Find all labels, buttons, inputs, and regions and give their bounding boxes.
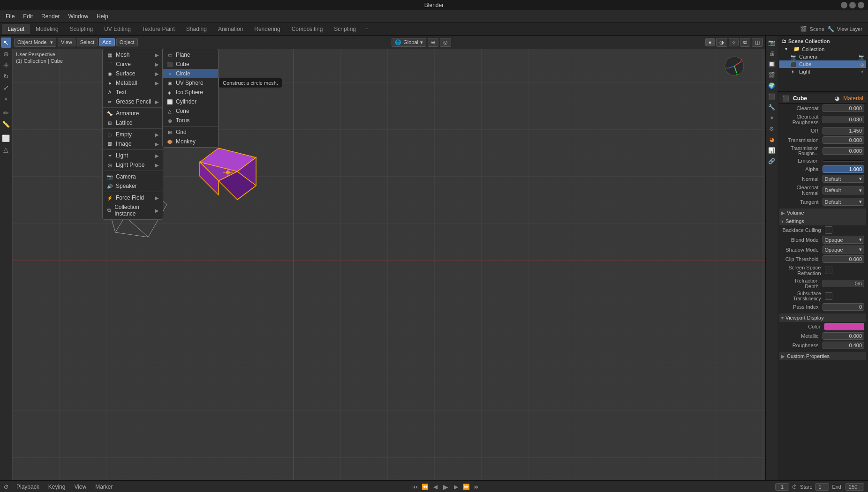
object-mode-dropdown[interactable]: Object Mode ▾: [14, 38, 56, 47]
snap-btn[interactable]: ⊕: [428, 38, 438, 47]
menu-entry-camera[interactable]: 📷 Camera: [103, 172, 163, 181]
menu-entry-lattice[interactable]: ⊞ Lattice: [103, 118, 163, 127]
view-layer-selector[interactable]: View Layer: [837, 26, 862, 32]
normal-dropdown[interactable]: Default ▾: [823, 175, 865, 183]
tab-add[interactable]: +: [362, 25, 372, 33]
tree-collection[interactable]: ▾ 📁 Collection: [779, 45, 866, 53]
start-frame[interactable]: 1: [815, 483, 829, 491]
menu-entry-image[interactable]: 🖼 Image ▶: [103, 139, 163, 149]
roughness-value[interactable]: 0.400: [823, 342, 865, 349]
view-menu[interactable]: View: [58, 38, 75, 46]
menu-edit[interactable]: Edit: [19, 12, 37, 21]
prop-icon-render[interactable]: 📷: [767, 37, 777, 48]
refraction-depth-value[interactable]: 0m: [823, 280, 865, 287]
prop-icon-object[interactable]: ⬛: [767, 91, 777, 102]
scene-selector[interactable]: Scene: [810, 26, 824, 32]
prop-icon-data[interactable]: 📊: [767, 145, 777, 156]
navigation-gizmo[interactable]: X Y Z: [723, 54, 746, 78]
menu-entry-curve[interactable]: ⌒ Curve ▶: [103, 60, 163, 69]
alpha-value[interactable]: 1.000: [823, 165, 865, 173]
transmission-value[interactable]: 0.000: [823, 136, 865, 144]
proportional-btn[interactable]: ◎: [440, 38, 451, 47]
menu-entry-mesh[interactable]: ▦ Mesh ▶: [103, 50, 163, 60]
submenu-cylinder[interactable]: ⬜ Cylinder: [163, 97, 218, 106]
settings-section-header[interactable]: ▾ Settings: [779, 217, 866, 225]
shading-material[interactable]: ◑: [716, 38, 727, 47]
submenu-cube[interactable]: ⬛ Cube: [163, 60, 218, 69]
xray-btn[interactable]: ◫: [752, 38, 763, 47]
emission-value[interactable]: [823, 160, 865, 162]
clearcoat-value[interactable]: 0.000: [823, 104, 865, 112]
play-btn[interactable]: ▶: [442, 483, 450, 491]
close-button[interactable]: [858, 2, 864, 8]
timeline-marker-menu[interactable]: Marker: [91, 483, 116, 491]
timeline-view-menu[interactable]: View: [70, 483, 90, 491]
volume-section-header[interactable]: ▶ Volume: [779, 209, 866, 217]
minimize-button[interactable]: [841, 2, 847, 8]
tab-compositing[interactable]: Compositing: [286, 24, 329, 34]
ssr-checkbox[interactable]: [825, 267, 832, 274]
measure-tool[interactable]: 📏: [1, 119, 11, 129]
tangent-dropdown[interactable]: Default ▾: [823, 198, 865, 206]
annotate-tool[interactable]: ✏: [1, 108, 11, 118]
tab-scripting[interactable]: Scripting: [328, 24, 362, 34]
submenu-ico-sphere[interactable]: ◈ Ico Sphere: [163, 88, 218, 97]
viewport-display-header[interactable]: ▾ Viewport Display: [779, 313, 866, 322]
prev-keyframe-btn[interactable]: ⏪: [421, 483, 430, 491]
tree-camera[interactable]: 📷 Camera 📷: [779, 53, 866, 60]
prop-icon-modifiers[interactable]: 🔧: [767, 102, 777, 112]
viewport[interactable]: Object Mode ▾ View Select Add Object 🌐 G…: [12, 36, 765, 480]
select-menu[interactable]: Select: [77, 38, 98, 46]
tab-layout[interactable]: Layout: [2, 24, 30, 34]
submenu-monkey[interactable]: 🐵 Monkey: [163, 137, 218, 146]
submenu-plane[interactable]: ▭ Plane: [163, 50, 218, 60]
rotate-tool[interactable]: ↻: [1, 71, 11, 82]
add-menu-btn[interactable]: Add: [99, 38, 115, 46]
sst-checkbox[interactable]: [825, 292, 832, 300]
menu-entry-grease-pencil[interactable]: ✏ Grease Pencil ▶: [103, 97, 163, 106]
prop-icon-particles[interactable]: ✦: [767, 113, 777, 123]
jump-end-btn[interactable]: ⏭: [473, 483, 481, 491]
backface-culling-checkbox[interactable]: [825, 226, 832, 234]
menu-render[interactable]: Render: [38, 12, 63, 21]
submenu-torus[interactable]: ◎ Torus: [163, 116, 218, 125]
prop-icon-world[interactable]: 🌍: [767, 81, 777, 91]
menu-entry-force-field[interactable]: ⚡ Force Field ▶: [103, 193, 163, 202]
pass-index-value[interactable]: 0: [823, 303, 865, 311]
menu-entry-light-probe[interactable]: ◎ Light Probe ▶: [103, 160, 163, 170]
prop-icon-output[interactable]: 🖨: [767, 48, 777, 59]
cursor-tool[interactable]: ⊕: [1, 49, 11, 59]
prop-icon-physics[interactable]: ⚙: [767, 124, 777, 134]
add-cone-tool[interactable]: △: [1, 144, 11, 155]
menu-file[interactable]: File: [2, 12, 18, 21]
prop-icon-material[interactable]: ◕: [767, 134, 777, 145]
add-cube-tool[interactable]: ⬜: [1, 133, 11, 143]
next-frame-btn[interactable]: ▶: [452, 483, 460, 491]
tab-shading[interactable]: Shading: [181, 24, 212, 34]
menu-entry-text[interactable]: A Text: [103, 88, 163, 97]
overlay-btn[interactable]: ⧉: [740, 38, 750, 47]
metallic-value[interactable]: 0.000: [823, 332, 865, 340]
tab-sculpting[interactable]: Sculpting: [64, 24, 98, 34]
tab-texture-paint[interactable]: Texture Paint: [136, 24, 181, 34]
jump-start-btn[interactable]: ⏮: [411, 483, 419, 491]
clearcoat-normal-dropdown[interactable]: Default ▾: [823, 186, 865, 194]
timeline-playback-menu[interactable]: Playback: [13, 483, 43, 491]
prop-icon-scene[interactable]: 🎬: [767, 70, 777, 80]
maximize-button[interactable]: [849, 2, 856, 8]
window-controls[interactable]: [841, 2, 864, 8]
color-swatch[interactable]: [824, 323, 865, 330]
tab-rendering[interactable]: Rendering: [249, 24, 286, 34]
menu-entry-empty[interactable]: ◌ Empty ▶: [103, 130, 163, 139]
tree-cube[interactable]: ⬛ Cube ◕: [779, 60, 866, 68]
submenu-circle[interactable]: ○ Circle: [163, 69, 218, 78]
custom-props-header[interactable]: ▶ Custom Properties: [779, 352, 866, 360]
prop-icon-constraints[interactable]: 🔗: [767, 156, 777, 166]
prop-icon-view-layer[interactable]: 🔲: [767, 59, 777, 69]
clip-threshold-value[interactable]: 0.000: [823, 255, 865, 263]
tab-modeling[interactable]: Modeling: [30, 24, 64, 34]
tab-animation[interactable]: Animation: [212, 24, 249, 34]
shading-rendered[interactable]: ○: [729, 38, 739, 46]
transform-tool[interactable]: ⌖: [1, 94, 11, 104]
submenu-cone[interactable]: △ Cone: [163, 106, 218, 116]
